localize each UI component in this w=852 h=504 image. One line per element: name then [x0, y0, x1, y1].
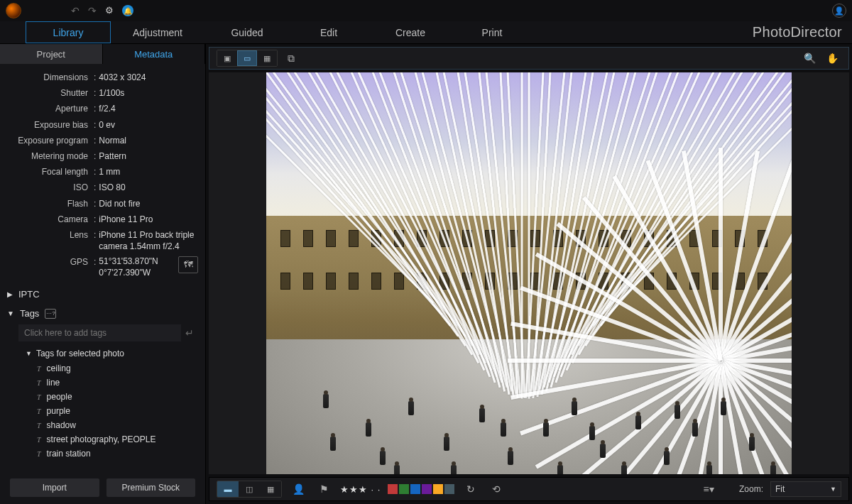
tag-text: line [47, 378, 60, 388]
tag-item[interactable]: Ttrain station [37, 447, 198, 461]
meta-label: GPS [0, 256, 91, 278]
tag-icon: T [37, 365, 41, 373]
meta-label: Aperture [0, 103, 91, 114]
meta-value: Pattern [99, 150, 198, 162]
tab-edit[interactable]: Edit [290, 21, 368, 43]
tag-wizard-icon[interactable]: ⋯? [45, 309, 56, 319]
section-label: Tags [20, 308, 39, 319]
app-logo [6, 3, 21, 18]
zoom-label: Zoom: [739, 484, 763, 494]
chevron-down-icon: ▼ [830, 486, 836, 493]
tag-item[interactable]: Tshadow [37, 418, 198, 432]
tag-text: purple [47, 406, 70, 416]
meta-value: 4032 x 3024 [99, 72, 198, 83]
gear-icon[interactable]: ⚙ [105, 5, 114, 16]
filmstrip-compare-icon[interactable]: ◫ [239, 481, 260, 497]
meta-value: iPhone 11 Pro [99, 214, 198, 225]
brand-label: PhotoDirector [753, 24, 842, 40]
meta-value: f/2.4 [99, 103, 198, 114]
zoom-icon[interactable]: 🔍 [800, 50, 819, 66]
gps-lon: 0°7'27.390"W [99, 268, 174, 279]
tag-item[interactable]: Tpurple [37, 404, 198, 418]
section-label: Tags for selected photo [36, 349, 124, 358]
gps-lat: 51°31'53.870"N [99, 256, 174, 268]
view-single-icon[interactable]: ▭ [237, 50, 257, 66]
tags-selected-header[interactable]: ▼ Tags for selected photo [0, 346, 205, 361]
metadata-panel: Dimensions:4032 x 3024 Shutter:1/100s Ap… [0, 64, 205, 285]
tab-guided[interactable]: Guided [204, 21, 290, 43]
tag-icon: T [37, 407, 41, 415]
account-icon[interactable]: 👤 [832, 4, 846, 18]
meta-value: ISO 80 [99, 182, 198, 193]
mirror-icon[interactable]: ⟲ [487, 481, 506, 497]
tag-item[interactable]: Tpeople [37, 390, 198, 404]
color-swatch[interactable] [433, 484, 443, 494]
pan-icon[interactable]: ✋ [823, 50, 841, 66]
tag-text: train station [47, 449, 91, 459]
import-button[interactable]: Import [10, 478, 99, 497]
tag-text: street photography, PEOPLE [47, 434, 156, 444]
tag-item[interactable]: Tstreet photography, PEOPLE [37, 432, 198, 447]
tab-adjustment[interactable]: Adjustment [111, 21, 204, 43]
side-tab-project[interactable]: Project [0, 44, 103, 64]
tag-list: TceilingTlineTpeopleTpurpleTshadowTstree… [0, 361, 205, 466]
enter-icon[interactable]: ↵ [181, 327, 198, 339]
tab-print[interactable]: Print [453, 21, 531, 43]
color-swatch[interactable] [399, 484, 409, 494]
tag-item[interactable]: Tline [37, 376, 198, 390]
flag-icon[interactable]: ⚑ [315, 481, 333, 497]
meta-label: ISO [0, 182, 91, 193]
view-photo-icon[interactable]: ▣ [217, 50, 237, 66]
tab-create[interactable]: Create [368, 21, 453, 43]
rating-stars[interactable]: ★★★ · · [340, 484, 381, 495]
status-toolbar: ▬ ◫ ▦ 👤 ⚑ ★★★ · · ↻ ⟲ ≡▾ Zoom: Fit ▼ [209, 477, 849, 501]
meta-label: Dimensions [0, 72, 91, 83]
tag-icon: T [37, 393, 41, 401]
rotate-icon[interactable]: ↻ [462, 481, 480, 497]
chevron-down-icon: ▼ [26, 350, 32, 357]
color-swatch[interactable] [422, 484, 432, 494]
chevron-down-icon: ▼ [7, 309, 14, 317]
section-tags[interactable]: ▼ Tags ⋯? [0, 304, 205, 323]
tag-icon: T [37, 379, 41, 387]
section-iptc[interactable]: ▶ IPTC [0, 285, 205, 304]
zoom-value: Fit [775, 484, 785, 494]
undo-icon[interactable]: ↶ [71, 5, 80, 16]
tag-icon: T [37, 422, 41, 429]
map-icon[interactable]: 🗺 [178, 256, 198, 273]
meta-label: Camera [0, 214, 91, 225]
color-swatch[interactable] [444, 484, 454, 494]
meta-value-gps: 51°31'53.870"N 0°7'27.390"W [99, 256, 174, 278]
chevron-right-icon: ▶ [7, 290, 13, 298]
color-labels[interactable] [388, 484, 454, 494]
filmstrip-grid-icon[interactable]: ▦ [260, 481, 281, 497]
meta-value: Did not fire [99, 198, 198, 209]
filmstrip-single-icon[interactable]: ▬ [217, 481, 239, 497]
secondary-monitor-icon[interactable]: ⧉ [282, 50, 300, 66]
meta-label: Flash [0, 198, 91, 209]
tag-text: shadow [47, 420, 76, 430]
preview-image [266, 72, 792, 474]
tag-text: people [47, 392, 72, 402]
section-label: IPTC [18, 289, 40, 300]
color-swatch[interactable] [388, 484, 398, 494]
meta-value: 0 ev [99, 119, 198, 131]
bell-icon[interactable]: 🔔 [122, 5, 133, 16]
meta-label: Focal length [0, 166, 91, 177]
tag-input[interactable] [18, 324, 181, 341]
meta-label: Shutter [0, 87, 91, 99]
tab-library[interactable]: Library [26, 21, 111, 43]
tag-icon: T [37, 450, 41, 458]
side-tab-metadata[interactable]: Metadata [103, 44, 206, 64]
sort-icon[interactable]: ≡▾ [699, 481, 718, 497]
meta-label: Metering mode [0, 150, 91, 162]
color-swatch[interactable] [410, 484, 420, 494]
preview-canvas[interactable] [209, 72, 849, 474]
face-tag-icon[interactable]: 👤 [289, 481, 307, 497]
zoom-select[interactable]: Fit ▼ [770, 481, 841, 497]
tag-item[interactable]: Tceiling [37, 361, 198, 376]
premium-stock-button[interactable]: Premium Stock [106, 478, 196, 497]
redo-icon[interactable]: ↷ [88, 5, 97, 16]
meta-label: Lens [0, 229, 91, 252]
view-grid-icon[interactable]: ▦ [257, 50, 277, 66]
